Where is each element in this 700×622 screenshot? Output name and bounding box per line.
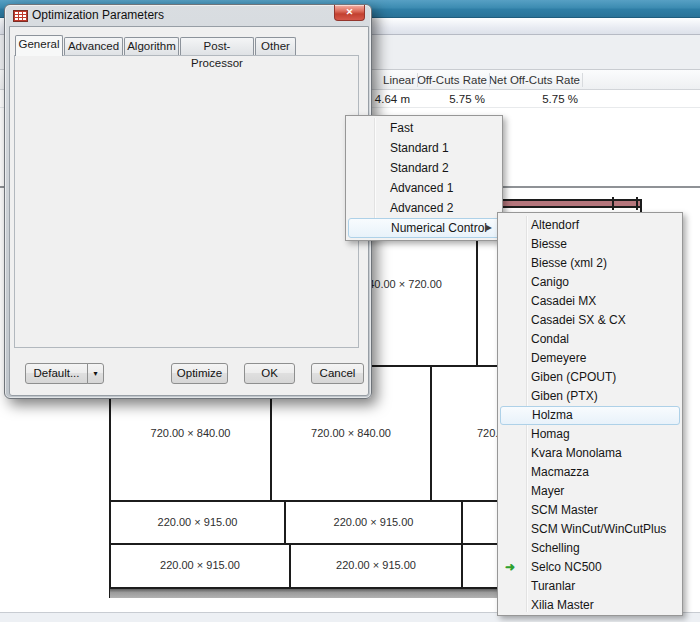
panel-label: 220.00 × 915.00 — [110, 559, 290, 572]
menu-item-advanced-2[interactable]: Advanced 2 — [346, 198, 502, 218]
tab-general[interactable]: General — [15, 35, 63, 56]
submenu-item-kvara-monolama[interactable]: Kvara Monolama — [498, 444, 682, 463]
default-button[interactable]: Default... — [25, 363, 88, 384]
submenu-item-condal[interactable]: Condal — [498, 330, 682, 349]
submenu-item-giben-ptx[interactable]: Giben (PTX) — [498, 387, 682, 406]
menu-item-advanced-1[interactable]: Advanced 1 — [346, 178, 502, 198]
tab-advanced[interactable]: Advanced — [64, 37, 123, 55]
submenu-item-xilia-master[interactable]: Xilia Master — [498, 596, 682, 615]
submenu-item-altendorf[interactable]: Altendorf — [498, 216, 682, 235]
dialog-title[interactable]: Optimization Parameters — [5, 5, 371, 26]
column-separator — [489, 73, 490, 87]
tab-page — [14, 55, 359, 348]
optimization-mode-menu: Fast Standard 1 Standard 2 Advanced 1 Ad… — [345, 115, 503, 241]
column-separator — [417, 73, 418, 87]
submenu-item-selco-nc500[interactable]: ➜ Selco NC500 — [498, 558, 682, 577]
submenu-item-schelling[interactable]: Schelling — [498, 539, 682, 558]
submenu-item-casadei-mx[interactable]: Casadei MX — [498, 292, 682, 311]
submenu-item-holzma[interactable]: Holzma — [500, 406, 680, 425]
submenu-item-homag[interactable]: Homag — [498, 425, 682, 444]
menu-item-standard-1[interactable]: Standard 1 — [346, 138, 502, 158]
submenu-item-giben-cpout[interactable]: Giben (CPOUT) — [498, 368, 682, 387]
panel-label: 220.00 × 915.00 — [290, 559, 462, 572]
submenu-item-biesse[interactable]: Biesse — [498, 235, 682, 254]
submenu-item-scm-master[interactable]: SCM Master — [498, 501, 682, 520]
menu-item-fast[interactable]: Fast — [346, 118, 502, 138]
submenu-item-macmazza[interactable]: Macmazza — [498, 463, 682, 482]
optimize-button[interactable]: Optimize — [171, 363, 228, 384]
menu-item-label: Numerical Control — [391, 221, 487, 235]
submenu-arrow-icon: ▶ — [486, 219, 492, 237]
trim-tick — [636, 197, 638, 210]
ok-button[interactable]: OK — [244, 363, 295, 384]
screen: Linear Off-Cuts Rate Net Off-Cuts Rate 4… — [0, 0, 700, 622]
col-header-net-offcuts-rate[interactable]: Net Off-Cuts Rate — [455, 73, 580, 87]
submenu-item-mayer[interactable]: Mayer — [498, 482, 682, 501]
submenu-item-biesse-xml-2[interactable]: Biesse (xml 2) — [498, 254, 682, 273]
menu-item-numerical-control[interactable]: Numerical Control ▶ — [348, 218, 500, 238]
submenu-item-label: Selco NC500 — [531, 560, 602, 574]
cell-net-offcuts-rate: 5.75 % — [480, 93, 578, 106]
tab-other[interactable]: Other — [255, 37, 296, 55]
close-icon[interactable]: ✕ — [334, 5, 365, 21]
cell-offcuts-rate: 5.75 % — [420, 93, 485, 106]
submenu-item-casadei-sx-cx[interactable]: Casadei SX & CX — [498, 311, 682, 330]
trim-tick — [612, 197, 614, 210]
submenu-item-turanlar[interactable]: Turanlar — [498, 577, 682, 596]
default-dropdown-icon[interactable]: ▾ — [87, 363, 104, 384]
submenu-item-scm-wincut[interactable]: SCM WinCut/WinCutPlus — [498, 520, 682, 539]
cancel-button[interactable]: Cancel — [311, 363, 364, 384]
current-selection-arrow-icon: ➜ — [505, 558, 515, 577]
tab-algorithm[interactable]: Algorithm — [124, 37, 179, 55]
column-separator — [582, 73, 583, 87]
panel-label: 720.00 × 840.00 — [110, 427, 271, 440]
tab-post-processor[interactable]: Post-Processor — [180, 37, 254, 55]
numerical-control-submenu: Altendorf Biesse Biesse (xml 2) Canigo C… — [497, 212, 683, 616]
panel-label: 720.00 × 840.00 — [271, 427, 431, 440]
submenu-item-canigo[interactable]: Canigo — [498, 273, 682, 292]
submenu-item-demeyere[interactable]: Demeyere — [498, 349, 682, 368]
optimization-parameters-dialog: Optimization Parameters ✕ General Advanc… — [4, 4, 372, 399]
menu-item-standard-2[interactable]: Standard 2 — [346, 158, 502, 178]
panel-label: 220.00 × 915.00 — [285, 516, 462, 529]
panel-label: 220.00 × 915.00 — [110, 516, 285, 529]
